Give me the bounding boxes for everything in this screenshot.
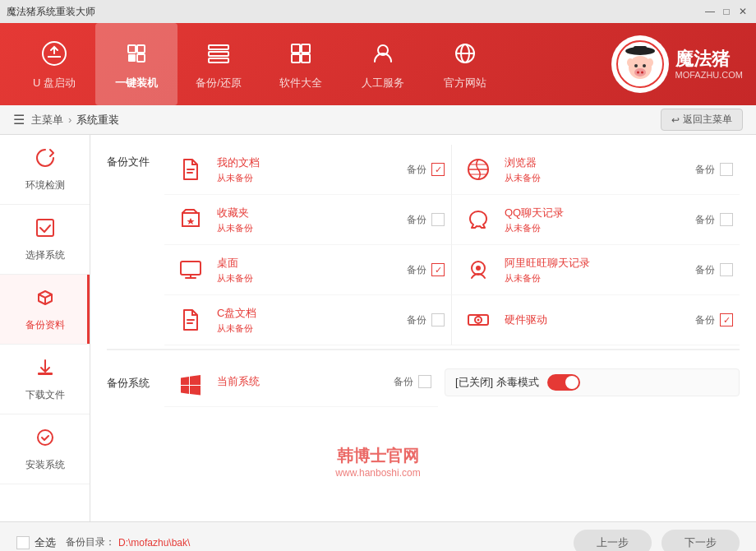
- item-checkbox-desktop[interactable]: ✓: [431, 263, 445, 276]
- select-all[interactable]: 全选: [16, 535, 56, 550]
- logo-domain: MOFAZHU.COM: [675, 70, 744, 80]
- item-name-mydocs: 我的文档: [217, 155, 407, 170]
- close-button[interactable]: ✕: [736, 5, 749, 18]
- svg-point-32: [476, 266, 481, 271]
- item-info-aliww: 阿里旺旺聊天记录 从未备份: [505, 256, 695, 285]
- select-all-label: 全选: [35, 535, 56, 550]
- item-checkbox-hardware[interactable]: ✓: [720, 313, 733, 326]
- system-backup-label: 备份: [394, 375, 413, 389]
- breadcrumb-home[interactable]: 主菜单: [31, 113, 63, 127]
- item-checkbox-mydocs[interactable]: ✓: [431, 163, 445, 176]
- antivirus-label: [已关闭] 杀毒模式: [455, 375, 539, 390]
- sidebar-label-download: 下载文件: [25, 388, 65, 402]
- restore-button[interactable]: □: [720, 5, 733, 18]
- nav-icon-manual: [368, 39, 398, 72]
- nav-item-website[interactable]: 官方网站: [424, 23, 506, 105]
- item-info-desktop: 桌面 从未备份: [217, 256, 407, 285]
- svg-rect-27: [38, 373, 53, 375]
- item-status-browser: 从未备份: [505, 172, 695, 184]
- item-checkbox-cdocs[interactable]: [431, 313, 445, 326]
- breadcrumb: ☰ 主菜单 › 系统重装 ↩ 返回主菜单: [0, 105, 756, 135]
- item-action-mydocs: 备份 ✓: [407, 163, 445, 177]
- nav-item-software[interactable]: 软件大全: [260, 23, 342, 105]
- list-item: 硬件驱动 备份 ✓: [452, 295, 740, 345]
- item-icon-qq: [460, 201, 496, 238]
- pig-svg: [615, 39, 665, 89]
- window-controls: — □ ✕: [703, 5, 749, 18]
- svg-rect-3: [128, 54, 136, 62]
- svg-rect-4: [137, 54, 145, 62]
- item-action-cdocs: 备份: [407, 313, 445, 327]
- svg-point-21: [641, 72, 643, 74]
- nav-icon-usb: [39, 39, 69, 72]
- sidebar-item-download[interactable]: 下载文件: [0, 345, 90, 414]
- svg-rect-6: [209, 52, 228, 56]
- nav-item-manual[interactable]: 人工服务: [342, 23, 424, 105]
- item-action-desktop: 备份 ✓: [407, 263, 445, 277]
- item-action-hardware: 备份 ✓: [695, 313, 733, 327]
- sidebar-item-install[interactable]: 安装系统: [0, 414, 90, 484]
- dir-path[interactable]: D:\mofazhu\bak\: [118, 537, 190, 549]
- svg-rect-2: [137, 45, 145, 53]
- item-name-hardware: 硬件驱动: [505, 313, 695, 327]
- nav-icon-website: [450, 39, 480, 72]
- sidebar-icon-backupdata: [34, 286, 57, 315]
- sidebar-label-install: 安装系统: [25, 458, 65, 472]
- backup-label-mydocs: 备份: [407, 163, 426, 177]
- item-status-qq: 从未备份: [505, 222, 695, 234]
- svg-rect-8: [292, 44, 300, 53]
- hamburger-icon: ☰: [13, 112, 25, 127]
- svg-rect-17: [634, 46, 647, 53]
- breadcrumb-separator: ›: [68, 113, 71, 126]
- item-info-qq: QQ聊天记录 从未备份: [505, 206, 695, 234]
- sidebar-item-env[interactable]: 环境检测: [0, 135, 90, 205]
- sidebar-icon-env: [34, 146, 57, 175]
- item-name-desktop: 桌面: [217, 256, 407, 271]
- item-info-browser: 浏览器 从未备份: [505, 155, 695, 184]
- next-button[interactable]: 下一步: [662, 530, 740, 552]
- item-name-qq: QQ聊天记录: [505, 206, 695, 220]
- system-name: 当前系统: [217, 374, 394, 389]
- nav-icon-backup: [204, 39, 233, 72]
- minimize-button[interactable]: —: [703, 5, 717, 18]
- system-item: 当前系统 备份: [164, 357, 438, 407]
- item-checkbox-favorites[interactable]: [431, 213, 445, 226]
- item-icon-cdocs: [173, 302, 209, 338]
- system-backup-row: 备份系统 当前系统 备份 [已关闭] 杀毒模式: [107, 349, 740, 414]
- antivirus-box: [已关闭] 杀毒模式: [445, 368, 740, 396]
- nav-label-onekey: 一键装机: [115, 76, 158, 90]
- backup-dir: 备份目录： D:\mofazhu\bak\: [66, 535, 190, 549]
- item-icon-browser: [460, 151, 496, 188]
- main-area: 环境检测选择系统备份资料下载文件安装系统 备份文件 我的文档 从未备份 备份 ✓…: [0, 135, 756, 521]
- item-checkbox-aliww[interactable]: [720, 263, 733, 276]
- antivirus-toggle[interactable]: [547, 374, 580, 391]
- system-checkbox[interactable]: [418, 375, 431, 388]
- sidebar: 环境检测选择系统备份资料下载文件安装系统: [0, 135, 90, 521]
- prev-button[interactable]: 上一步: [574, 530, 652, 552]
- header: U 盘启动一键装机备份/还原软件大全人工服务官方网站: [0, 23, 756, 105]
- sidebar-item-backupdata[interactable]: 备份资料: [0, 275, 90, 345]
- item-checkbox-browser[interactable]: [720, 163, 733, 176]
- item-action-favorites: 备份: [407, 213, 445, 227]
- nav-item-onekey[interactable]: 一键装机: [95, 23, 177, 105]
- nav-item-backup[interactable]: 备份/还原: [177, 23, 260, 105]
- item-icon-mydocs: [173, 151, 209, 188]
- item-status-favorites: 从未备份: [217, 222, 407, 234]
- nav-label-usb: U 盘启动: [33, 76, 76, 90]
- svg-point-35: [477, 319, 480, 322]
- backup-label-qq: 备份: [695, 213, 715, 227]
- sidebar-icon-download: [34, 356, 57, 385]
- nav-label-manual: 人工服务: [362, 76, 404, 90]
- list-item: 浏览器 从未备份 备份: [452, 145, 740, 195]
- logo: 魔法猪 MOFAZHU.COM: [611, 35, 744, 93]
- svg-point-25: [647, 58, 653, 67]
- nav-item-usb[interactable]: U 盘启动: [13, 23, 95, 105]
- nav-label-software: 软件大全: [279, 76, 322, 90]
- back-button[interactable]: ↩ 返回主菜单: [661, 109, 743, 131]
- item-checkbox-qq[interactable]: [720, 213, 733, 226]
- backup-label-browser: 备份: [695, 163, 715, 177]
- svg-point-19: [634, 68, 646, 76]
- select-all-checkbox[interactable]: [16, 536, 30, 549]
- item-info-hardware: 硬件驱动: [505, 313, 695, 327]
- sidebar-item-select[interactable]: 选择系统: [0, 205, 90, 275]
